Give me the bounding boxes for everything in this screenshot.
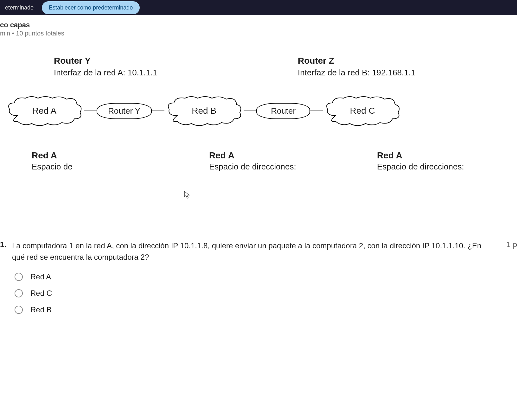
net-a-info: Red A Espacio de <box>32 150 209 172</box>
question-points: 1 p <box>500 240 517 249</box>
quiz-meta: min • 10 puntos totales <box>0 30 517 37</box>
quiz-header: co capas min • 10 puntos totales <box>0 15 517 43</box>
tab-predeterminado[interactable]: eterminado <box>0 1 39 14</box>
net-b-info: Red A Espacio de direcciones: <box>209 150 377 172</box>
router-y-label: Router Y Interfaz de la red A: 10.1.1.1 <box>54 56 298 78</box>
cloud-red-b: Red B <box>164 93 244 128</box>
question-1: 1. La computadora 1 en la red A, con la … <box>0 231 517 331</box>
connector <box>310 111 323 111</box>
option-red-c[interactable]: Red C <box>15 289 517 298</box>
net-c-info: Red A Espacio de direcciones: <box>377 150 464 172</box>
option-red-a[interactable]: Red A <box>15 272 517 281</box>
question-text: La computadora 1 en la red A, con la dir… <box>12 240 500 263</box>
option-red-b[interactable]: Red B <box>15 305 517 314</box>
cursor-icon <box>184 191 190 199</box>
connector <box>84 111 97 111</box>
connector <box>152 111 164 111</box>
radio-icon <box>15 306 23 314</box>
cloud-red-c: Red C <box>323 93 402 128</box>
options-list: Red A Red C Red B <box>15 272 517 314</box>
top-bar: eterminado Establecer como predeterminad… <box>0 0 517 15</box>
set-default-button[interactable]: Establecer como predeterminado <box>42 1 140 14</box>
router-z-label: Router Z Interfaz de la red B: 192.168.1… <box>298 56 415 78</box>
connector <box>244 111 256 111</box>
radio-icon <box>15 289 23 297</box>
quiz-title: co capas <box>0 21 517 29</box>
network-diagram: Router Y Interfaz de la red A: 10.1.1.1 … <box>0 43 517 231</box>
question-number: 1. <box>0 240 12 249</box>
cloud-red-a: Red A <box>5 93 84 128</box>
radio-icon <box>15 273 23 281</box>
router-y-node: Router Y <box>97 103 152 119</box>
router-z-node: Router <box>256 103 310 119</box>
